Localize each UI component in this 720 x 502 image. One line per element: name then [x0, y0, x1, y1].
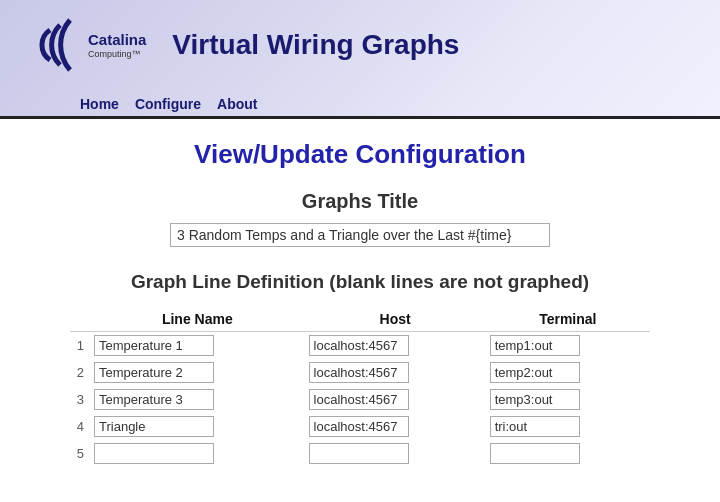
- row-name-cell-3: [90, 386, 305, 413]
- logo-area: Catalina Computing™: [20, 10, 146, 80]
- row-host-cell-4: [305, 413, 486, 440]
- row-num-1: 1: [70, 332, 90, 360]
- nav-configure[interactable]: Configure: [135, 92, 217, 116]
- row-terminal-input-3[interactable]: [490, 389, 580, 410]
- header-top: Catalina Computing™ Virtual Wiring Graph…: [20, 10, 700, 88]
- table-row: 4: [70, 413, 650, 440]
- table-header-row: Line Name Host Terminal: [70, 307, 650, 332]
- table-row: 2: [70, 359, 650, 386]
- company-name: Catalina: [88, 31, 146, 49]
- row-host-cell-2: [305, 359, 486, 386]
- row-num-4: 4: [70, 413, 90, 440]
- logo-icon: [20, 10, 80, 80]
- nav-about[interactable]: About: [217, 92, 273, 116]
- row-terminal-cell-1: [486, 332, 650, 360]
- logo-text: Catalina Computing™: [88, 31, 146, 60]
- row-host-input-5[interactable]: [309, 443, 409, 464]
- row-terminal-cell-2: [486, 359, 650, 386]
- nav-bar: Home Configure About: [20, 88, 700, 116]
- row-host-cell-1: [305, 332, 486, 360]
- row-name-input-3[interactable]: [94, 389, 214, 410]
- app-title: Virtual Wiring Graphs: [172, 29, 459, 61]
- row-host-input-3[interactable]: [309, 389, 409, 410]
- company-sub: Computing™: [88, 49, 146, 60]
- row-terminal-input-2[interactable]: [490, 362, 580, 383]
- nav-home[interactable]: Home: [80, 92, 135, 116]
- row-terminal-cell-4: [486, 413, 650, 440]
- graph-line-heading: Graph Line Definition (blank lines are n…: [40, 271, 680, 293]
- row-host-input-1[interactable]: [309, 335, 409, 356]
- row-name-cell-2: [90, 359, 305, 386]
- row-host-cell-5: [305, 440, 486, 467]
- row-name-input-1[interactable]: [94, 335, 214, 356]
- col-name-header: Line Name: [90, 307, 305, 332]
- line-definition-table: Line Name Host Terminal 1 2: [70, 307, 650, 467]
- col-terminal-header: Terminal: [486, 307, 650, 332]
- col-host-header: Host: [305, 307, 486, 332]
- row-host-input-2[interactable]: [309, 362, 409, 383]
- row-host-cell-3: [305, 386, 486, 413]
- row-terminal-input-4[interactable]: [490, 416, 580, 437]
- row-num-5: 5: [70, 440, 90, 467]
- main-content: View/Update Configuration Graphs Title G…: [0, 119, 720, 487]
- table-row: 3: [70, 386, 650, 413]
- row-terminal-input-5[interactable]: [490, 443, 580, 464]
- row-terminal-cell-5: [486, 440, 650, 467]
- graphs-title-input[interactable]: [170, 223, 550, 247]
- table-row: 5: [70, 440, 650, 467]
- row-name-input-2[interactable]: [94, 362, 214, 383]
- row-name-input-5[interactable]: [94, 443, 214, 464]
- row-num-2: 2: [70, 359, 90, 386]
- row-name-cell-4: [90, 413, 305, 440]
- col-num-header: [70, 307, 90, 332]
- row-host-input-4[interactable]: [309, 416, 409, 437]
- page-title: View/Update Configuration: [40, 139, 680, 170]
- row-terminal-input-1[interactable]: [490, 335, 580, 356]
- row-terminal-cell-3: [486, 386, 650, 413]
- graphs-title-heading: Graphs Title: [40, 190, 680, 213]
- table-row: 1: [70, 332, 650, 360]
- row-name-input-4[interactable]: [94, 416, 214, 437]
- header: Catalina Computing™ Virtual Wiring Graph…: [0, 0, 720, 119]
- row-name-cell-5: [90, 440, 305, 467]
- row-name-cell-1: [90, 332, 305, 360]
- row-num-3: 3: [70, 386, 90, 413]
